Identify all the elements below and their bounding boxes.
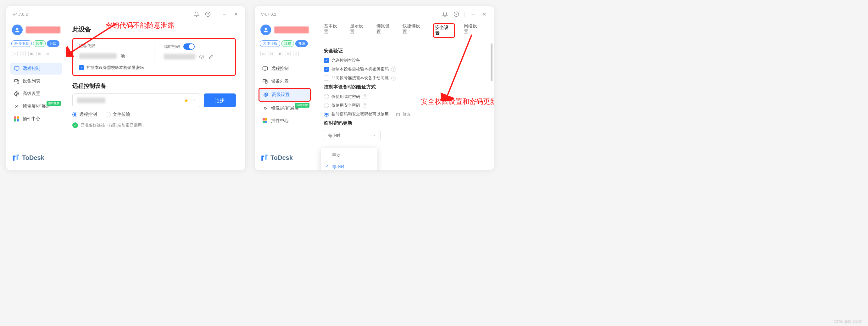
divider: [216, 12, 216, 17]
sidebar-item-advanced-settings[interactable]: 高级设置: [10, 88, 62, 100]
tab-keyboard-mouse[interactable]: 键鼠设置: [376, 23, 394, 38]
user-row[interactable]: [258, 22, 311, 38]
star-icon[interactable]: ★: [184, 97, 188, 103]
bell-icon[interactable]: [193, 11, 200, 17]
sidebar-item-mirror-extend[interactable]: 镜像屏/扩展屏限时免费: [258, 102, 311, 114]
help-icon[interactable]: [205, 11, 211, 17]
tab-shortcut[interactable]: 快捷键设置: [403, 23, 424, 38]
diff-account-checkbox[interactable]: [324, 76, 329, 81]
window-main: V4.7.0.2 Ⓟ 专业版 续费 升级 ◎ ☐ ▣ ⊞: [6, 6, 245, 170]
username-redacted: [274, 26, 309, 33]
badge-pro[interactable]: Ⓟ 专业版: [11, 40, 32, 47]
plugin-icon: [14, 116, 20, 122]
feature-icon[interactable]: ⊡: [45, 51, 50, 56]
status-text: 已准备好连接（端到端加密已启用）: [81, 122, 146, 128]
close-icon[interactable]: [481, 11, 488, 17]
minimize-icon[interactable]: [221, 11, 228, 17]
feature-icon[interactable]: ⊞: [285, 51, 290, 56]
logo: ToDesk: [258, 150, 311, 165]
feature-icon[interactable]: ☐: [269, 51, 274, 56]
tab-security[interactable]: 安全设置: [433, 23, 455, 38]
svg-point-23: [266, 94, 267, 96]
dropdown-item-manual[interactable]: 手动: [321, 150, 377, 161]
need-lock-pwd-checkbox[interactable]: [324, 67, 329, 72]
device-code-value: [79, 52, 145, 60]
feature-icon[interactable]: ▣: [277, 51, 282, 56]
sidebar-item-device-list[interactable]: 设备列表: [258, 75, 311, 87]
user-row[interactable]: [10, 22, 62, 38]
badge-upgrade[interactable]: 升级: [47, 40, 59, 47]
status-row: ✓ 已准备好连接（端到端加密已启用）: [72, 122, 236, 128]
temp-update-select[interactable]: 每小时 ﹀: [324, 130, 380, 141]
tab-network[interactable]: 网络设置: [464, 23, 481, 38]
key-icon: ⚿: [396, 112, 400, 117]
badge-upgrade[interactable]: 升级: [295, 40, 308, 47]
tag-free: 限时免费: [295, 103, 309, 108]
help-icon[interactable]: ?: [363, 94, 367, 99]
tab-basic[interactable]: 基本设置: [324, 23, 341, 38]
opt-temp-radio[interactable]: [324, 94, 329, 99]
svg-point-4: [17, 28, 19, 30]
opt-both-radio[interactable]: [324, 112, 329, 117]
help-icon[interactable]: ?: [391, 67, 396, 72]
badge-pro[interactable]: Ⓟ 专业版: [260, 40, 280, 47]
sidebar-item-plugin-center[interactable]: 插件中心: [10, 113, 62, 125]
device-box: 设备代码 临时密码 控: [72, 38, 236, 76]
scrollbar[interactable]: [491, 43, 493, 167]
badge-renew[interactable]: 续费: [33, 40, 45, 47]
copy-icon[interactable]: [120, 53, 126, 59]
chevron-down-icon: ﹀: [373, 133, 376, 139]
bell-icon[interactable]: [442, 11, 448, 17]
sidebar-item-remote-control[interactable]: 远程控制: [10, 63, 62, 75]
feature-icon[interactable]: ◎: [12, 51, 18, 56]
edit-icon[interactable]: [208, 54, 214, 60]
plugin-icon: [262, 118, 268, 124]
settings-tabs: 基本设置 显示设置 键鼠设置 快捷键设置 安全设置 网络设置: [321, 23, 484, 41]
device-code-label: 设备代码: [79, 43, 145, 49]
remote-target-input[interactable]: ★ ﹀: [72, 93, 200, 107]
sidebar-item-device-list[interactable]: 设备列表: [10, 75, 62, 87]
feature-icon[interactable]: ◎: [260, 51, 266, 56]
temp-update-dropdown: 手动 每小时 每12小时 每日 每次远控后: [321, 148, 377, 170]
sidebar: Ⓟ 专业版 续费 升级 ◎ ☐ ▣ ⊞ ⊡ 远程控制 设备列表 高级设置 镜像屏…: [255, 22, 314, 170]
remote-control-title: 远程控制设备: [72, 82, 236, 90]
modify-link[interactable]: 修改: [403, 111, 411, 117]
tab-display[interactable]: 显示设置: [350, 23, 367, 38]
verify-lock-checkbox[interactable]: [79, 65, 84, 70]
svg-rect-5: [14, 67, 19, 70]
mode-remote-radio[interactable]: 远程控制: [72, 112, 97, 117]
badge-row: Ⓟ 专业版 续费 升级: [10, 40, 62, 47]
help-icon[interactable]: [453, 11, 460, 17]
version-label: V4.7.0.2: [261, 12, 276, 17]
feature-icon[interactable]: ⊡: [293, 51, 299, 56]
close-icon[interactable]: [233, 11, 239, 17]
connect-button[interactable]: 连接: [204, 93, 236, 107]
mirror-icon: [14, 103, 20, 109]
mode-file-radio[interactable]: 文件传输: [106, 112, 130, 117]
chevron-down-icon[interactable]: ﹀: [191, 98, 195, 103]
opt-safe-radio[interactable]: [324, 103, 329, 108]
temp-pwd-toggle[interactable]: [183, 43, 195, 50]
allow-control-checkbox[interactable]: [324, 58, 329, 63]
temp-update-title: 临时密码更新: [324, 120, 481, 126]
sidebar-item-remote-control[interactable]: 远程控制: [258, 63, 311, 75]
svg-point-13: [201, 56, 202, 57]
window-settings: V4.7.0.2 Ⓟ 专业版 续费 升级 ◎ ☐ ▣ ⊞: [255, 6, 494, 170]
monitor-icon: [14, 66, 20, 71]
svg-rect-19: [263, 67, 268, 70]
minimize-icon[interactable]: [470, 11, 476, 17]
feature-icon[interactable]: ▣: [28, 51, 34, 56]
sidebar-item-plugin-center[interactable]: 插件中心: [258, 115, 311, 127]
sidebar-item-mirror-extend[interactable]: 镜像屏/扩展屏限时免费: [10, 100, 62, 112]
feature-icon[interactable]: ☐: [20, 51, 26, 56]
help-icon[interactable]: ?: [391, 76, 396, 81]
tag-free: 限时免费: [46, 101, 61, 106]
badge-renew[interactable]: 续费: [281, 40, 294, 47]
this-device-title: 此设备: [72, 25, 236, 34]
feature-icon[interactable]: ⊞: [36, 51, 42, 56]
dropdown-item-hourly[interactable]: 每小时: [321, 161, 377, 170]
help-icon[interactable]: ?: [363, 103, 367, 108]
titlebar: V4.7.0.2: [255, 6, 494, 22]
eye-icon[interactable]: [198, 54, 205, 60]
sidebar-item-advanced-settings[interactable]: 高级设置: [258, 88, 311, 101]
